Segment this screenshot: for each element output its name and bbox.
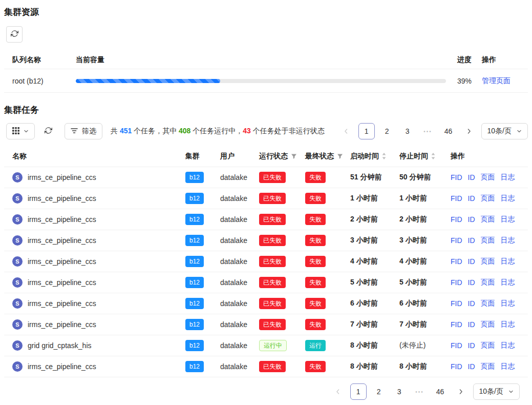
task-action-fid[interactable]: FID — [451, 299, 462, 308]
task-action-page[interactable]: 页面 — [481, 341, 495, 350]
page-size-select[interactable]: 10条/页 — [481, 123, 528, 139]
sort-icon[interactable] — [431, 153, 435, 159]
task-stop-time: (未停止) — [395, 341, 446, 350]
task-action-fid[interactable]: FID — [451, 257, 462, 266]
col-header-progress: 进度 — [446, 55, 482, 65]
pagination-ellipsis[interactable]: ••• — [412, 383, 428, 400]
pagination-next[interactable] — [453, 383, 469, 400]
page-size-select[interactable]: 10条/页 — [473, 383, 520, 400]
task-action-log[interactable]: 日志 — [501, 194, 515, 203]
task-avatar: S — [12, 214, 23, 225]
pagination-page-3[interactable]: 3 — [399, 123, 416, 139]
tasks-refresh-button[interactable] — [40, 123, 56, 139]
task-action-id[interactable]: ID — [468, 341, 475, 350]
task-action-log[interactable]: 日志 — [501, 173, 515, 182]
pagination-page-1[interactable]: 1 — [358, 123, 375, 139]
task-action-log[interactable]: 日志 — [501, 299, 515, 308]
cluster-tag: b12 — [185, 340, 204, 351]
task-action-fid[interactable]: FID — [451, 215, 462, 224]
task-action-log[interactable]: 日志 — [501, 257, 515, 266]
page: 集群资源 队列名称 当前容量 进度 操作 root (b12) — [0, 0, 532, 400]
task-row: S irms_ce_pipeline_ccs b12 datalake 已失败 … — [4, 251, 528, 272]
task-action-id[interactable]: ID — [468, 257, 475, 266]
task-start-time: 6 小时前 — [346, 299, 395, 308]
task-action-fid[interactable]: FID — [451, 278, 462, 287]
capacity-progress-bar — [76, 79, 446, 83]
task-action-fid[interactable]: FID — [451, 362, 462, 371]
task-action-id[interactable]: ID — [468, 236, 475, 245]
pagination-page-3[interactable]: 3 — [391, 383, 408, 400]
task-action-id[interactable]: ID — [468, 362, 475, 371]
task-action-page[interactable]: 页面 — [481, 278, 495, 287]
summary-count-red: 43 — [243, 127, 251, 135]
pagination-page-2[interactable]: 2 — [371, 383, 387, 400]
task-action-fid[interactable]: FID — [451, 236, 462, 245]
task-action-id[interactable]: ID — [468, 173, 475, 181]
final-status-badge: 失败 — [305, 361, 326, 372]
col-header-final-status[interactable]: 最终状态 — [301, 152, 346, 161]
task-start-time: 8 小时前 — [346, 362, 395, 371]
task-action-log[interactable]: 日志 — [501, 341, 515, 350]
refresh-icon — [45, 127, 52, 136]
run-status-badge: 已失败 — [259, 172, 286, 183]
task-action-page[interactable]: 页面 — [481, 215, 495, 224]
page-size-value: 10条/页 — [479, 387, 503, 396]
cluster-tasks-section: 集群任务 — [4, 104, 528, 400]
manage-page-link[interactable]: 管理页面 — [482, 76, 510, 85]
summary-text: 个任务处于非运行状态 — [251, 127, 325, 135]
final-status-badge: 失败 — [305, 235, 326, 246]
task-name: irms_ce_pipeline_ccs — [28, 257, 96, 266]
pagination-page-1[interactable]: 1 — [350, 383, 367, 400]
task-actions: FIDID页面日志 — [446, 215, 528, 224]
task-action-log[interactable]: 日志 — [501, 278, 515, 287]
grid-icon — [12, 127, 19, 136]
column-settings-button[interactable] — [6, 123, 35, 139]
task-action-fid[interactable]: FID — [451, 173, 462, 181]
task-action-id[interactable]: ID — [468, 278, 475, 287]
pagination-page-46[interactable]: 46 — [440, 123, 457, 139]
task-action-page[interactable]: 页面 — [481, 257, 495, 266]
task-action-page[interactable]: 页面 — [481, 194, 495, 203]
task-user: datalake — [216, 236, 255, 245]
task-action-page[interactable]: 页面 — [481, 320, 495, 329]
pagination-prev[interactable] — [330, 383, 346, 400]
task-action-id[interactable]: ID — [468, 299, 475, 308]
pagination-page-46[interactable]: 46 — [432, 383, 449, 400]
pagination-prev[interactable] — [338, 123, 354, 139]
resources-refresh-button[interactable] — [6, 26, 23, 43]
task-action-fid[interactable]: FID — [451, 341, 462, 350]
task-start-time: 1 小时前 — [346, 194, 395, 203]
task-action-page[interactable]: 页面 — [481, 236, 495, 245]
col-header-user: 用户 — [216, 152, 255, 161]
col-header-run-status[interactable]: 运行状态 — [255, 152, 301, 161]
filter-button[interactable]: 筛选 — [65, 123, 102, 139]
task-action-log[interactable]: 日志 — [501, 236, 515, 245]
pagination-next[interactable] — [461, 123, 477, 139]
task-action-fid[interactable]: FID — [451, 320, 462, 329]
task-action-log[interactable]: 日志 — [501, 320, 515, 329]
pagination-ellipsis[interactable]: ••• — [420, 123, 436, 139]
task-action-id[interactable]: ID — [468, 194, 475, 202]
final-status-badge: 运行 — [305, 340, 326, 351]
filter-funnel-icon[interactable] — [337, 153, 343, 159]
task-action-fid[interactable]: FID — [451, 194, 462, 202]
task-action-page[interactable]: 页面 — [481, 362, 495, 371]
summary-text: 共 — [111, 127, 120, 135]
task-action-log[interactable]: 日志 — [501, 362, 515, 371]
task-action-page[interactable]: 页面 — [481, 173, 495, 182]
filter-funnel-icon[interactable] — [291, 153, 297, 159]
task-user: datalake — [216, 257, 255, 266]
task-action-id[interactable]: ID — [468, 215, 475, 224]
task-action-page[interactable]: 页面 — [481, 299, 495, 308]
task-action-id[interactable]: ID — [468, 320, 475, 329]
task-name: irms_ce_pipeline_ccs — [28, 194, 96, 202]
pagination-page-2[interactable]: 2 — [379, 123, 395, 139]
col-header-stop-time[interactable]: 停止时间 — [395, 152, 446, 161]
sort-icon[interactable] — [382, 153, 386, 159]
col-header-start-time[interactable]: 启动时间 — [346, 152, 395, 161]
task-action-log[interactable]: 日志 — [501, 215, 515, 224]
queue-name: root (b12) — [4, 77, 76, 85]
resources-table: 队列名称 当前容量 进度 操作 root (b12) 39% 管理页面 — [4, 51, 528, 93]
task-name: irms_ce_pipeline_ccs — [28, 362, 96, 371]
task-user: datalake — [216, 194, 255, 202]
